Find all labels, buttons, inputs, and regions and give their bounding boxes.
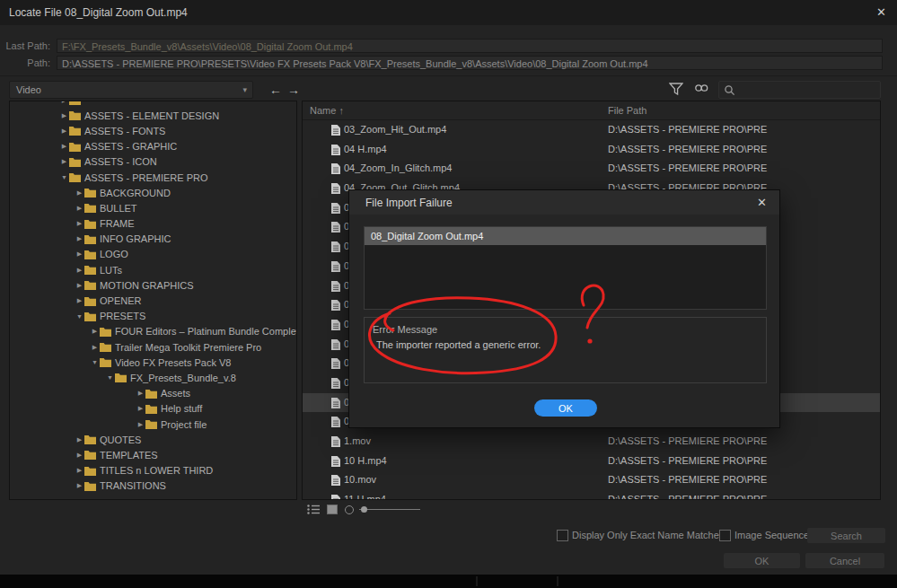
tree-item[interactable]: ▶ QUOTES (10, 432, 296, 447)
tree-item-label: BULLET (100, 203, 137, 214)
chevron-icon[interactable]: ▶ (75, 220, 84, 227)
chevron-icon[interactable]: ▼ (90, 359, 100, 365)
tree-item[interactable]: ▶ TRANSITIONS (10, 478, 296, 494)
chevron-icon[interactable]: ▼ (75, 313, 84, 320)
window-close-icon[interactable]: ✕ (876, 5, 886, 19)
tree-item-label: ASSETS - GRAPHIC (84, 141, 177, 152)
search-input[interactable] (718, 81, 881, 99)
tree-item[interactable]: ▶ ASSETS - GRAPHIC (10, 139, 296, 154)
tree-item[interactable]: ▶ MOTION GRAPHICS (10, 277, 296, 293)
file-row[interactable]: 04 H.mp4 D:\ASSETS - PREMIERE PRO\PRE (303, 140, 880, 160)
tree-item[interactable]: ▶ Project file (10, 417, 296, 432)
tree-item[interactable]: ▶ BULLET (10, 200, 296, 215)
failed-file-item[interactable]: 08_Digital Zoom Out.mp4 (365, 227, 766, 245)
sort-ascending-icon: ↑ (339, 105, 344, 116)
tree-item[interactable]: ▶ LOGO (10, 247, 296, 262)
find-icon[interactable] (694, 83, 710, 97)
file-row[interactable]: 1.mov D:\ASSETS - PREMIERE PRO\PRE (303, 432, 880, 452)
name-column-header[interactable]: Name ↑ (310, 105, 344, 116)
chevron-icon[interactable]: ▶ (75, 189, 84, 197)
tree-item-label: Help stuff (161, 403, 202, 414)
zoom-slider-handle[interactable] (361, 506, 367, 513)
tree-item[interactable]: ▶ Help stuff (10, 401, 296, 417)
file-row[interactable]: 03_Zoom_Hit_Out.mp4 D:\ASSETS - PREMIERE… (303, 120, 880, 140)
folder-icon (84, 450, 96, 460)
ok-button[interactable]: OK (724, 553, 800, 568)
chevron-icon[interactable]: ▶ (59, 158, 69, 165)
tree-item[interactable]: ▶ BACKGROUND (10, 185, 296, 200)
chevron-icon[interactable]: ▼ (59, 174, 69, 180)
chevron-icon[interactable]: ▶ (75, 482, 84, 489)
dialog-close-icon[interactable]: ✕ (757, 196, 767, 209)
tree-item[interactable]: ▶ ASSETS - ICON (10, 154, 296, 170)
chevron-icon[interactable]: ▼ (105, 374, 115, 381)
folder-icon (69, 172, 81, 182)
dialog-ok-button[interactable]: OK (534, 399, 597, 417)
last-path-label: Last Path: (0, 40, 50, 51)
display-only-exact-checkbox[interactable] (557, 530, 568, 541)
back-icon[interactable]: ← (268, 81, 284, 99)
tree-item[interactable]: ▶ FRAME (10, 216, 296, 232)
file-row[interactable]: 11 H.mp4 D:\ASSETS - PREMIERE PRO\PRE (303, 490, 880, 500)
chevron-icon[interactable]: ▶ (75, 467, 84, 474)
tree-item[interactable]: ▶ Trailer Mega Toolkit Premiere Pro (10, 339, 296, 355)
tree-item[interactable]: ▶ TEMPLATES (10, 447, 296, 462)
tree-item-label: TRANSITIONS (100, 480, 166, 491)
file-icon (331, 456, 340, 469)
chevron-icon[interactable]: ▶ (136, 405, 145, 412)
file-icon (331, 222, 340, 234)
tree-item[interactable]: ▼ Video FX Presets Pack V8 (10, 355, 296, 370)
tree-item[interactable]: ▶ (10, 101, 296, 108)
file-icon (331, 495, 340, 500)
tree-item[interactable]: ▶ FOUR Editors – Platinum Bundle Complet (10, 324, 296, 339)
tree-item[interactable]: ▶ INFO GRAPHIC (10, 232, 296, 247)
tree-item[interactable]: ▶ ASSETS - FONTS (10, 123, 296, 138)
cancel-button[interactable]: Cancel (805, 553, 884, 568)
tree-item[interactable]: ▼ PRESETS (10, 309, 296, 324)
tree-item[interactable]: ▶ ASSETS - ELEMENT DESIGN (10, 108, 296, 123)
file-icon (331, 475, 340, 487)
tree-item[interactable]: ▶ OPENER (10, 293, 296, 308)
forward-icon[interactable]: → (286, 81, 302, 99)
file-name: 04 H.mp4 (344, 144, 387, 154)
tree-item[interactable]: ▼ ASSETS - PREMIERE PRO (10, 170, 296, 185)
zoom-out-icon[interactable] (345, 505, 354, 514)
folder-icon (84, 188, 96, 197)
list-view-icon[interactable] (307, 505, 320, 516)
file-row[interactable]: 10 H.mp4 D:\ASSETS - PREMIERE PRO\PRE (303, 452, 880, 471)
chevron-icon[interactable]: ▶ (75, 250, 84, 258)
thumbnail-view-icon[interactable] (327, 505, 338, 516)
folder-icon (84, 203, 96, 213)
chevron-icon[interactable]: ▶ (75, 235, 84, 242)
chevron-icon[interactable]: ▶ (75, 267, 84, 274)
chevron-icon[interactable]: ▶ (75, 452, 84, 459)
chevron-icon[interactable]: ▶ (90, 328, 100, 335)
tree-item[interactable]: ▶ TITLES n LOWER THIRD (10, 463, 296, 478)
search-icon (724, 84, 735, 96)
media-type-dropdown[interactable]: Video ▾ (9, 81, 253, 99)
chevron-icon[interactable]: ▶ (75, 282, 84, 289)
filter-icon[interactable] (669, 83, 685, 97)
chevron-icon[interactable]: ▶ (90, 344, 100, 351)
tree-item[interactable]: ▶ LUTs (10, 262, 296, 277)
chevron-icon[interactable]: ▶ (75, 436, 84, 443)
file-row[interactable]: 10.mov D:\ASSETS - PREMIERE PRO\PRE (303, 470, 880, 490)
chevron-icon[interactable]: ▶ (59, 101, 69, 104)
chevron-icon[interactable]: ▶ (136, 390, 145, 397)
file-row[interactable]: 04_Zoom_In_Glitch.mp4 D:\ASSETS - PREMIE… (303, 159, 880, 179)
chevron-icon[interactable]: ▶ (75, 205, 84, 212)
image-sequence-checkbox[interactable] (719, 530, 731, 541)
zoom-slider-track[interactable] (359, 509, 420, 510)
tree-item[interactable]: ▼ FX_Presets_Bundle_v.8 (10, 370, 296, 385)
folder-icon (145, 419, 157, 429)
chevron-icon[interactable]: ▶ (59, 143, 69, 150)
file-path-column-header[interactable]: File Path (608, 105, 646, 116)
search-button[interactable]: Search (807, 528, 885, 543)
tree-item[interactable]: ▶ Assets (10, 386, 296, 401)
chevron-icon[interactable]: ▶ (136, 421, 145, 428)
chevron-icon[interactable]: ▶ (59, 127, 69, 135)
chevron-icon[interactable]: ▶ (75, 297, 84, 304)
file-icon (331, 163, 340, 176)
chevron-icon[interactable]: ▶ (59, 112, 69, 119)
file-name: 10 H.mp4 (344, 455, 387, 466)
